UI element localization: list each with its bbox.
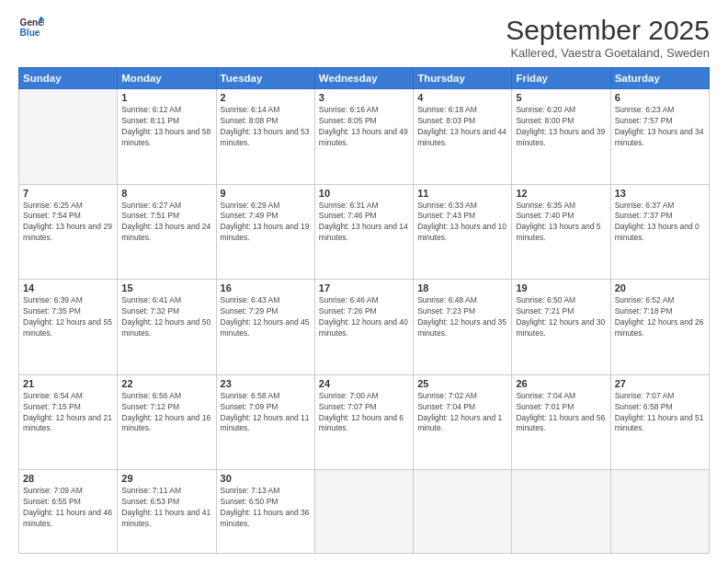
col-monday: Monday <box>118 68 216 89</box>
day-info: Sunrise: 6:54 AMSunset: 7:15 PMDaylight:… <box>23 391 113 435</box>
table-row: 24Sunrise: 7:00 AMSunset: 7:07 PMDayligh… <box>314 374 413 470</box>
day-number: 3 <box>319 92 409 103</box>
day-info: Sunrise: 6:50 AMSunset: 7:21 PMDaylight:… <box>516 295 606 339</box>
table-row: 17Sunrise: 6:46 AMSunset: 7:26 PMDayligh… <box>314 280 413 375</box>
table-row: 1Sunrise: 6:12 AMSunset: 8:11 PMDaylight… <box>118 89 216 185</box>
table-row: 27Sunrise: 7:07 AMSunset: 6:58 PMDayligh… <box>610 374 709 470</box>
day-number: 14 <box>23 282 113 293</box>
day-info: Sunrise: 6:48 AMSunset: 7:23 PMDaylight:… <box>417 295 507 339</box>
day-number: 18 <box>417 282 507 293</box>
table-row: 28Sunrise: 7:09 AMSunset: 6:55 PMDayligh… <box>19 470 118 554</box>
day-info: Sunrise: 7:11 AMSunset: 6:53 PMDaylight:… <box>121 486 211 530</box>
day-number: 19 <box>516 282 606 293</box>
day-number: 24 <box>319 378 409 389</box>
col-friday: Friday <box>512 68 610 89</box>
day-number: 8 <box>121 188 211 199</box>
table-row: 25Sunrise: 7:02 AMSunset: 7:04 PMDayligh… <box>414 374 512 470</box>
table-row: 13Sunrise: 6:37 AMSunset: 7:37 PMDayligh… <box>610 184 709 280</box>
day-info: Sunrise: 7:00 AMSunset: 7:07 PMDaylight:… <box>319 391 409 435</box>
month-title: September 2025 <box>506 15 710 46</box>
table-row: 23Sunrise: 6:58 AMSunset: 7:09 PMDayligh… <box>216 374 314 470</box>
day-info: Sunrise: 6:46 AMSunset: 7:26 PMDaylight:… <box>319 295 409 339</box>
table-row <box>512 470 610 554</box>
day-info: Sunrise: 6:12 AMSunset: 8:11 PMDaylight:… <box>121 105 211 149</box>
col-saturday: Saturday <box>610 68 709 89</box>
day-number: 23 <box>221 378 311 389</box>
day-number: 10 <box>319 188 409 199</box>
svg-text:Blue: Blue <box>20 28 40 38</box>
day-info: Sunrise: 6:23 AMSunset: 7:57 PMDaylight:… <box>615 105 705 149</box>
table-row <box>610 470 709 554</box>
day-number: 2 <box>221 92 311 103</box>
day-number: 7 <box>23 188 113 199</box>
day-info: Sunrise: 6:39 AMSunset: 7:35 PMDaylight:… <box>23 295 113 339</box>
table-row: 2Sunrise: 6:14 AMSunset: 8:08 PMDaylight… <box>216 89 314 185</box>
calendar: Sunday Monday Tuesday Wednesday Thursday… <box>18 67 710 554</box>
day-info: Sunrise: 6:37 AMSunset: 7:37 PMDaylight:… <box>615 201 705 245</box>
logo-icon: General Blue <box>18 15 44 40</box>
table-row: 30Sunrise: 7:13 AMSunset: 6:50 PMDayligh… <box>216 470 314 554</box>
table-row: 4Sunrise: 6:18 AMSunset: 8:03 PMDaylight… <box>414 89 512 185</box>
day-info: Sunrise: 6:33 AMSunset: 7:43 PMDaylight:… <box>417 201 507 245</box>
day-info: Sunrise: 6:20 AMSunset: 8:00 PMDaylight:… <box>516 105 606 149</box>
day-number: 25 <box>417 378 507 389</box>
table-row: 26Sunrise: 7:04 AMSunset: 7:01 PMDayligh… <box>512 374 610 470</box>
day-number: 5 <box>516 92 606 103</box>
day-number: 29 <box>121 473 211 484</box>
table-row: 9Sunrise: 6:29 AMSunset: 7:49 PMDaylight… <box>216 184 314 280</box>
day-info: Sunrise: 6:52 AMSunset: 7:18 PMDaylight:… <box>615 295 705 339</box>
col-tuesday: Tuesday <box>216 68 314 89</box>
day-number: 28 <box>23 473 113 484</box>
col-wednesday: Wednesday <box>314 68 413 89</box>
day-info: Sunrise: 6:41 AMSunset: 7:32 PMDaylight:… <box>121 295 211 339</box>
table-row: 7Sunrise: 6:25 AMSunset: 7:54 PMDaylight… <box>19 184 118 280</box>
page: General Blue September 2025 Kallered, Va… <box>0 0 728 563</box>
day-info: Sunrise: 7:04 AMSunset: 7:01 PMDaylight:… <box>516 391 606 435</box>
day-info: Sunrise: 6:56 AMSunset: 7:12 PMDaylight:… <box>121 391 211 435</box>
day-number: 12 <box>516 188 606 199</box>
table-row: 22Sunrise: 6:56 AMSunset: 7:12 PMDayligh… <box>118 374 216 470</box>
day-info: Sunrise: 6:27 AMSunset: 7:51 PMDaylight:… <box>121 201 211 245</box>
location: Kallered, Vaestra Goetaland, Sweden <box>506 46 710 60</box>
col-sunday: Sunday <box>19 68 118 89</box>
day-info: Sunrise: 6:43 AMSunset: 7:29 PMDaylight:… <box>221 295 311 339</box>
table-row: 12Sunrise: 6:35 AMSunset: 7:40 PMDayligh… <box>512 184 610 280</box>
day-number: 13 <box>615 188 705 199</box>
day-number: 26 <box>516 378 606 389</box>
day-number: 4 <box>417 92 507 103</box>
day-number: 30 <box>221 473 311 484</box>
day-info: Sunrise: 7:13 AMSunset: 6:50 PMDaylight:… <box>221 486 311 530</box>
table-row: 10Sunrise: 6:31 AMSunset: 7:46 PMDayligh… <box>314 184 413 280</box>
col-thursday: Thursday <box>414 68 512 89</box>
table-row <box>314 470 413 554</box>
table-row: 18Sunrise: 6:48 AMSunset: 7:23 PMDayligh… <box>414 280 512 375</box>
table-row: 20Sunrise: 6:52 AMSunset: 7:18 PMDayligh… <box>610 280 709 375</box>
day-info: Sunrise: 6:31 AMSunset: 7:46 PMDaylight:… <box>319 201 409 245</box>
table-row: 21Sunrise: 6:54 AMSunset: 7:15 PMDayligh… <box>19 374 118 470</box>
table-row: 3Sunrise: 6:16 AMSunset: 8:05 PMDaylight… <box>314 89 413 185</box>
table-row: 8Sunrise: 6:27 AMSunset: 7:51 PMDaylight… <box>118 184 216 280</box>
day-info: Sunrise: 7:09 AMSunset: 6:55 PMDaylight:… <box>23 486 113 530</box>
day-info: Sunrise: 7:07 AMSunset: 6:58 PMDaylight:… <box>615 391 705 435</box>
table-row <box>19 89 118 185</box>
day-info: Sunrise: 6:18 AMSunset: 8:03 PMDaylight:… <box>417 105 507 149</box>
day-info: Sunrise: 6:58 AMSunset: 7:09 PMDaylight:… <box>221 391 311 435</box>
table-row: 19Sunrise: 6:50 AMSunset: 7:21 PMDayligh… <box>512 280 610 375</box>
table-row: 29Sunrise: 7:11 AMSunset: 6:53 PMDayligh… <box>118 470 216 554</box>
day-info: Sunrise: 6:14 AMSunset: 8:08 PMDaylight:… <box>221 105 311 149</box>
table-row: 15Sunrise: 6:41 AMSunset: 7:32 PMDayligh… <box>118 280 216 375</box>
day-number: 21 <box>23 378 113 389</box>
day-number: 20 <box>615 282 705 293</box>
table-row: 16Sunrise: 6:43 AMSunset: 7:29 PMDayligh… <box>216 280 314 375</box>
table-row: 6Sunrise: 6:23 AMSunset: 7:57 PMDaylight… <box>610 89 709 185</box>
header: General Blue September 2025 Kallered, Va… <box>18 15 710 60</box>
day-number: 6 <box>615 92 705 103</box>
day-number: 9 <box>221 188 311 199</box>
day-number: 27 <box>615 378 705 389</box>
table-row: 14Sunrise: 6:39 AMSunset: 7:35 PMDayligh… <box>19 280 118 375</box>
day-number: 15 <box>121 282 211 293</box>
table-row: 11Sunrise: 6:33 AMSunset: 7:43 PMDayligh… <box>414 184 512 280</box>
day-info: Sunrise: 6:29 AMSunset: 7:49 PMDaylight:… <box>221 201 311 245</box>
day-info: Sunrise: 7:02 AMSunset: 7:04 PMDaylight:… <box>417 391 507 435</box>
header-row: Sunday Monday Tuesday Wednesday Thursday… <box>19 68 710 89</box>
